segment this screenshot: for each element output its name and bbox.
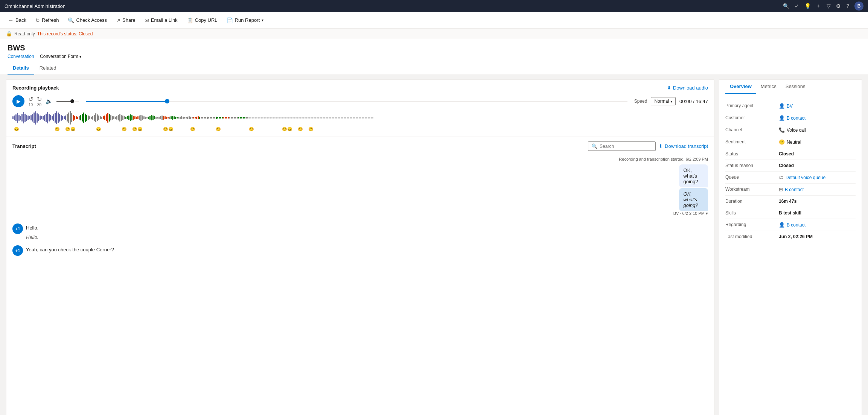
settings-icon[interactable]: ⚙ [836,3,841,9]
lightbulb-icon[interactable]: 💡 [804,3,811,9]
value-customer[interactable]: 👤 B contact [779,115,856,121]
label-primary-agent: Primary agent [725,103,774,108]
share-icon: ↗ [116,17,120,23]
customer-block-2: Yeah, can you check the couple Cerner? [26,245,114,254]
info-row-status-reason: Status reason Closed [725,160,856,172]
refresh-button[interactable]: ↻ Refresh [32,15,63,26]
emotion-happy-end-2: 😊 [298,127,303,132]
transcript-title: Transcript [12,143,36,149]
run-report-button[interactable]: 📄 Run Report ▾ [223,15,267,26]
check-circle-icon[interactable]: ✓ [795,3,799,9]
email-link-button[interactable]: ✉ Email a Link [141,15,181,26]
audio-controls: ▶ ↺ 10 ↻ 30 🔈 [12,95,708,107]
tab-overview[interactable]: Overview [725,80,756,94]
check-access-icon: 🔍 [68,17,74,23]
volume-icon[interactable]: 🔈 [46,98,53,105]
customer-text-2: Yeah, can you check the couple Cerner? [26,245,114,254]
value-workstream[interactable]: ⊞ B contact [779,187,856,192]
info-row-regarding: Regarding 👤 B contact [725,219,856,231]
emotion-happy-mixed-1: 😊😞 [65,127,76,132]
plus-icon[interactable]: ＋ [816,3,821,9]
dropdown-chevron-icon: ▾ [262,18,263,22]
recording-title: Recording playback [12,85,59,91]
check-access-button[interactable]: 🔍 Check Access [64,15,111,26]
transcript-search-input[interactable] [600,144,652,149]
label-skills: Skills [725,210,774,216]
tab-metrics[interactable]: Metrics [756,80,781,94]
customer-message-2: +1 Yeah, can you check the couple Cerner… [12,245,708,256]
value-regarding[interactable]: 👤 B contact [779,222,856,228]
help-icon[interactable]: ? [846,3,849,9]
customer-message-1: +1 Hello. Hello. [12,223,708,242]
download-transcript-icon: ⬇ [659,143,663,149]
value-status-reason: Closed [779,163,856,168]
tab-sessions[interactable]: Sessions [781,80,810,94]
neutral-sentiment-icon: 😐 [779,139,785,145]
download-audio-button[interactable]: ⬇ Download audio [667,85,708,91]
share-button[interactable]: ↗ Share [112,15,139,26]
emotion-happy-1: 😊 [55,127,60,132]
label-workstream: Workstream [725,187,774,192]
skip-back-control[interactable]: ↺ 10 [28,96,33,107]
transcript-search-box[interactable]: 🔍 [588,141,656,151]
agent-message-meta: BV · 6/2 2:10 PM ▾ [673,211,708,216]
value-status: Closed [779,151,856,157]
download-audio-icon: ⬇ [667,85,671,91]
recording-header: Recording playback ⬇ Download audio [12,85,708,91]
value-primary-agent[interactable]: 👤 BV [779,103,856,109]
skip-forward-control[interactable]: ↻ 30 [37,96,42,107]
info-row-primary-agent: Primary agent 👤 BV [725,100,856,112]
emotion-happy-3: 😊 [190,127,195,132]
download-transcript-button[interactable]: ⬇ Download transcript [659,143,708,149]
page-tabs: Details Related [8,62,860,74]
skip-forward-count: 30 [37,103,41,107]
search-icon[interactable]: 🔍 [783,3,789,9]
value-sentiment: 😐 Neutral [779,139,856,145]
lock-icon: 🔒 [6,31,12,36]
volume-bar[interactable] [56,101,79,102]
value-queue[interactable]: 🗂 Default voice queue [779,175,856,180]
waveform-container[interactable]: 😞 😊 😊😞 😞 😊 😊😞 😊😞 😊 😊 😊 😊😞 😊 😊 [12,110,708,133]
info-row-customer: Customer 👤 B contact [725,112,856,124]
info-row-queue: Queue 🗂 Default voice queue [725,172,856,184]
breadcrumb-form[interactable]: Conversation Form ▾ [40,54,81,59]
speed-select[interactable]: Normal ▾ [651,97,676,105]
transcript-controls: 🔍 ⬇ Download transcript [588,141,708,151]
person-icon: 👤 [779,103,785,109]
info-row-skills: Skills B test skill [725,207,856,219]
top-nav-left: Omnichannel Administration [5,3,65,9]
queue-icon: 🗂 [779,175,784,180]
info-row-status: Status Closed [725,148,856,160]
filter-icon[interactable]: ▽ [827,3,831,9]
top-nav-bar: Omnichannel Administration 🔍 ✓ 💡 ＋ ▽ ⚙ ?… [0,0,868,12]
user-avatar[interactable]: B [854,2,863,11]
breadcrumb-separator: · [37,54,38,59]
chevron-down-icon: ▾ [79,55,81,59]
breadcrumb-conversation[interactable]: Conversation [8,54,34,59]
back-icon: ← [8,17,14,23]
speed-time: Speed Normal ▾ 00:00 / 16:47 [634,97,708,105]
customer-avatar-2: +1 [12,245,23,256]
emotion-sad-1: 😞 [14,127,19,132]
waveform [12,110,708,125]
copy-icon: 📋 [187,17,193,23]
page-title: BWS [8,44,860,52]
emotion-happy-2: 😊 [122,127,127,132]
play-button[interactable]: ▶ [12,95,24,107]
phone-icon: 📞 [779,127,785,133]
info-row-sentiment: Sentiment 😐 Neutral [725,136,856,148]
left-panel: Recording playback ⬇ Download audio ▶ ↺ … [6,79,714,415]
info-row-workstream: Workstream ⊞ B contact [725,184,856,196]
tab-related[interactable]: Related [34,62,62,74]
tab-details[interactable]: Details [8,62,34,74]
value-channel: 📞 Voice call [779,127,856,133]
copy-url-button[interactable]: 📋 Copy URL [183,15,221,26]
main-content: Recording playback ⬇ Download audio ▶ ↺ … [0,75,868,415]
transcript-info: Recording and transcription started. 6/2… [12,154,708,164]
back-button[interactable]: ← Back [5,15,30,26]
seek-bar[interactable] [86,101,627,102]
value-duration: 16m 47s [779,199,856,204]
value-last-modified: Jun 2, 02:26 PM [779,234,856,239]
info-row-duration: Duration 16m 47s [725,196,856,207]
label-status-reason: Status reason [725,163,774,168]
